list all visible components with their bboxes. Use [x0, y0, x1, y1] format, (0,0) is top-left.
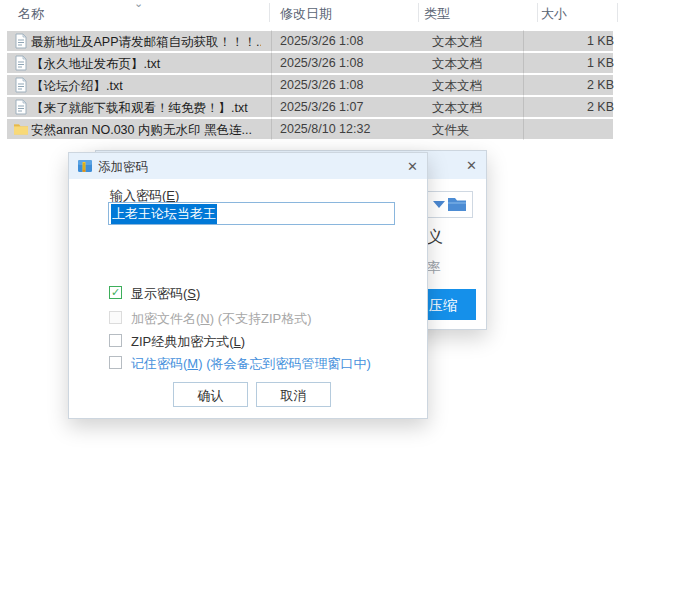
checkbox-label: 显示密码(S): [131, 285, 200, 303]
column-separator: [269, 3, 270, 22]
column-header-name[interactable]: 名称: [18, 5, 44, 23]
file-name: 最新地址及APP请发邮箱自动获取！！！....: [31, 34, 261, 51]
file-date: 2025/8/10 12:32: [280, 122, 370, 136]
password-input[interactable]: 上老王论坛当老王: [108, 202, 395, 225]
cancel-button[interactable]: 取消: [256, 382, 331, 407]
folder-icon: [13, 121, 29, 137]
checkbox-label: 加密文件名(N) (不支持ZIP格式): [131, 310, 312, 328]
checkbox-label: 记住密码(M) (将会备忘到密码管理窗口中): [131, 355, 371, 373]
text-file-icon: [13, 99, 29, 115]
file-name: 【论坛介绍】.txt: [31, 78, 261, 95]
checkbox-label: ZIP经典加密方式(L): [131, 333, 245, 351]
label-accesskey: E: [166, 188, 175, 203]
checkbox-unchecked-icon[interactable]: [109, 356, 122, 369]
close-icon[interactable]: ✕: [466, 159, 477, 172]
file-date: 2025/3/26 1:08: [280, 56, 363, 70]
file-type: 文本文档: [432, 34, 482, 51]
chevron-down-icon[interactable]: [433, 201, 445, 208]
sort-chevron-icon[interactable]: ⌄: [134, 0, 143, 10]
file-size: 1 KB: [527, 56, 614, 70]
checkbox-checked-icon[interactable]: ✓: [109, 286, 122, 299]
confirm-button[interactable]: 确认: [173, 382, 248, 407]
column-header-type[interactable]: 类型: [424, 5, 450, 23]
file-size: 2 KB: [527, 78, 614, 92]
add-password-dialog: 添加密码 ✕ 输入密码(E) 上老王论坛当老王 ✓ 显示密码(S) 加密文件名(…: [68, 152, 428, 419]
archive-zip-icon: [77, 158, 93, 174]
column-separator: [418, 3, 419, 22]
column-grid-line: [523, 30, 524, 140]
column-grid-line: [271, 30, 272, 140]
file-size: 1 KB: [527, 34, 614, 48]
file-date: 2025/3/26 1:07: [280, 100, 363, 114]
file-type: 文本文档: [432, 100, 482, 117]
selected-password-text: 上老王论坛当老王: [111, 204, 217, 224]
file-date: 2025/3/26 1:08: [280, 34, 363, 48]
browse-folder-icon[interactable]: [447, 196, 467, 213]
column-header-size[interactable]: 大小: [541, 5, 567, 23]
custom-option-text-fragment: 义: [427, 227, 443, 248]
column-header-date[interactable]: 修改日期: [280, 5, 332, 23]
label-text: ): [175, 188, 179, 203]
list-header: ⌄ 名称 修改日期 类型 大小: [0, 0, 688, 26]
compression-ratio-text-fragment: 率: [427, 259, 441, 277]
column-separator: [617, 3, 618, 22]
file-size: 2 KB: [527, 100, 614, 114]
file-date: 2025/3/26 1:08: [280, 78, 363, 92]
file-type: 文本文档: [432, 56, 482, 73]
file-name: 【来了就能下载和观看！纯免费！】.txt: [31, 100, 261, 117]
file-type: 文件夹: [432, 122, 470, 139]
file-name: 【永久地址发布页】.txt: [31, 56, 261, 73]
close-icon[interactable]: ✕: [407, 160, 418, 173]
column-separator: [537, 3, 538, 22]
file-type: 文本文档: [432, 78, 482, 95]
dialog-title: 添加密码: [98, 159, 148, 176]
label-text: 输入密码(: [110, 188, 166, 203]
text-file-icon: [13, 55, 29, 71]
file-name: 安然anran NO.030 内购无水印 黑色连...: [31, 122, 261, 139]
checkbox-disabled-icon: [109, 311, 122, 324]
text-file-icon: [13, 77, 29, 93]
text-file-icon: [13, 33, 29, 49]
explorer-file-list: ⌄ 名称 修改日期 类型 大小 最新地址及APP请发邮箱自动获取！！！.... …: [0, 0, 688, 145]
checkbox-unchecked-icon[interactable]: [109, 334, 122, 347]
